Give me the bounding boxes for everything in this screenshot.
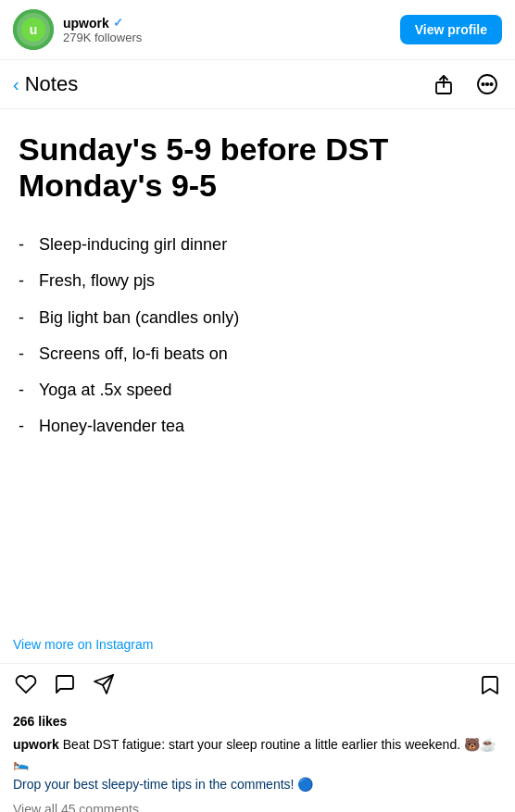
notes-label: Notes <box>25 72 78 96</box>
caption-link-text[interactable]: Drop your best sleepy-time tips in the c… <box>13 777 313 792</box>
svg-point-7 <box>490 83 492 85</box>
view-more-link[interactable]: View more on Instagram <box>0 628 515 663</box>
username-label: upwork <box>63 16 109 31</box>
notes-actions <box>430 69 502 99</box>
list-item-text: Big light ban (candles only) <box>39 306 239 330</box>
chevron-left-icon: ‹ <box>13 74 19 95</box>
list-item-text: Sleep-inducing girl dinner <box>39 233 227 256</box>
bookmark-button[interactable] <box>478 672 502 702</box>
share-button[interactable] <box>430 70 458 98</box>
view-comments-link[interactable]: View all 45 comments <box>0 798 515 812</box>
list-item: -Yoga at .5x speed <box>19 379 496 402</box>
likes-count: 266 likes <box>0 710 515 732</box>
notes-back[interactable]: ‹ Notes <box>13 72 78 96</box>
actions-bar <box>0 663 515 710</box>
dash: - <box>19 379 24 402</box>
post-title: Sunday's 5-9 before DST Monday's 9-5 <box>19 131 496 204</box>
post-content: Sunday's 5-9 before DST Monday's 9-5 -Sl… <box>0 109 515 628</box>
caption-line-2: Drop your best sleepy-time tips in the c… <box>13 776 502 794</box>
dash: - <box>19 269 24 293</box>
list-item: -Big light ban (candles only) <box>19 306 496 330</box>
profile-info: upwork ✓ 279K followers <box>63 16 400 44</box>
list-item: -Screens off, lo-fi beats on <box>19 343 496 366</box>
dash: - <box>19 233 24 256</box>
dash: - <box>19 415 24 438</box>
profile-name: upwork ✓ <box>63 16 400 31</box>
comment-button[interactable] <box>52 671 78 703</box>
list-item-text: Yoga at .5x speed <box>39 379 171 402</box>
followers-count: 279K followers <box>63 31 400 44</box>
avatar[interactable]: u <box>13 9 54 50</box>
view-profile-button[interactable]: View profile <box>400 15 502 44</box>
caption-text-1: Beat DST fatigue: start your sleep routi… <box>13 737 496 770</box>
caption-area: upworkBeat DST fatigue: start your sleep… <box>0 732 515 798</box>
share-post-button[interactable] <box>91 671 117 703</box>
dash: - <box>19 343 24 366</box>
post-header: u upwork ✓ 279K followers View profile <box>0 0 515 60</box>
svg-point-6 <box>486 83 488 85</box>
more-options-button[interactable] <box>472 69 502 99</box>
list-item-text: Fresh, flowy pjs <box>39 269 155 293</box>
actions-left <box>13 671 117 703</box>
dash: - <box>19 306 24 330</box>
post-list: -Sleep-inducing girl dinner-Fresh, flowy… <box>19 233 496 438</box>
list-item: -Fresh, flowy pjs <box>19 269 496 293</box>
like-button[interactable] <box>13 671 39 703</box>
verified-icon: ✓ <box>113 16 123 30</box>
list-item: -Honey-lavender tea <box>19 415 496 438</box>
caption-username: upwork <box>13 737 59 752</box>
notes-bar: ‹ Notes <box>0 60 515 109</box>
svg-point-5 <box>482 83 484 85</box>
list-item: -Sleep-inducing girl dinner <box>19 233 496 256</box>
list-item-text: Honey-lavender tea <box>39 415 184 438</box>
list-item-text: Screens off, lo-fi beats on <box>39 343 228 366</box>
